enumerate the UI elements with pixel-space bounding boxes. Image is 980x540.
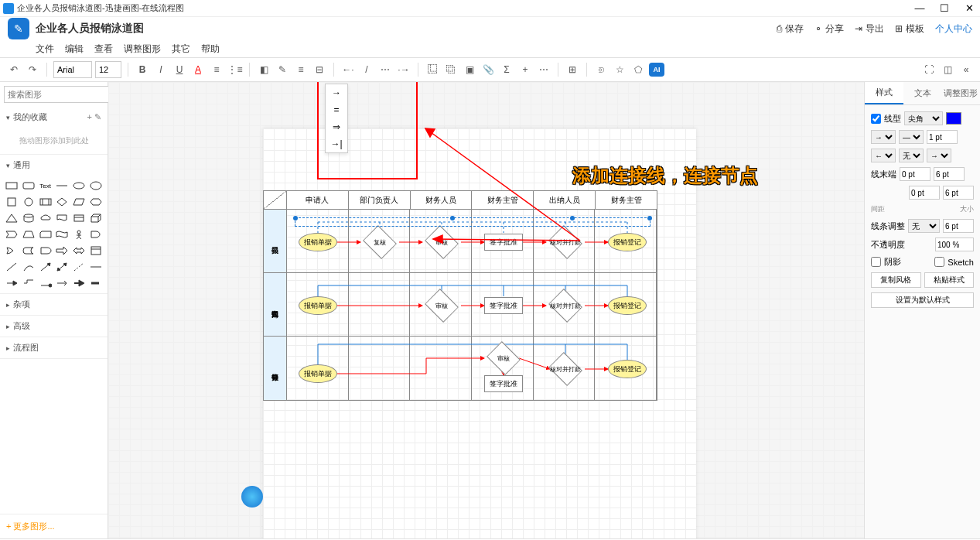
line-color-button[interactable]: ✎: [275, 62, 290, 77]
shape-conn2[interactable]: [22, 276, 36, 290]
font-select[interactable]: [53, 61, 92, 78]
node-review[interactable]: 复核: [364, 231, 395, 253]
node-apply[interactable]: 报销单据: [299, 233, 337, 251]
shape-rect[interactable]: [5, 179, 19, 193]
shape-actor[interactable]: [72, 227, 87, 241]
sketch-check[interactable]: [934, 257, 944, 267]
shape-button[interactable]: ⬠: [630, 62, 646, 77]
line-type-select[interactable]: 尖角: [904, 111, 943, 125]
end-style-select[interactable]: 无: [899, 149, 924, 162]
image-button[interactable]: ▣: [462, 62, 477, 77]
line-style-button[interactable]: /: [359, 62, 374, 77]
template-button[interactable]: ⊞ 模板: [895, 22, 924, 36]
align-h-button[interactable]: ≡: [293, 62, 309, 77]
shape-curve[interactable]: [22, 260, 36, 274]
shape-arrow2[interactable]: [55, 244, 70, 258]
general-header[interactable]: ▾通用: [0, 155, 108, 176]
shape-cloud[interactable]: [38, 211, 53, 225]
set-default-button[interactable]: 设置为默认样式: [871, 292, 974, 308]
paste-style-button[interactable]: 粘贴样式: [924, 272, 975, 288]
ai-button[interactable]: AI: [649, 63, 664, 77]
line-width-input[interactable]: [927, 130, 958, 144]
line-type-check[interactable]: [871, 114, 881, 124]
opacity-input[interactable]: [935, 238, 974, 251]
connector-thick[interactable]: ⇒: [326, 118, 347, 135]
shape-conn6[interactable]: [88, 276, 103, 290]
list-button[interactable]: ⋮≡: [227, 62, 243, 77]
end-size-4[interactable]: [943, 186, 974, 200]
maximize-button[interactable]: ☐: [937, 2, 952, 14]
align-button[interactable]: ≡: [209, 62, 224, 77]
crop-button[interactable]: ⟄: [593, 62, 609, 77]
minimize-button[interactable]: —: [912, 2, 927, 14]
shape-diamond[interactable]: [55, 195, 70, 209]
shape-hexagon[interactable]: [88, 195, 103, 209]
undo-button[interactable]: ↶: [6, 62, 22, 77]
node-check[interactable]: 核对并打款: [550, 231, 581, 253]
node-register[interactable]: 报销登记: [608, 233, 647, 251]
profile-button[interactable]: 个人中心: [935, 22, 972, 36]
shape-conn5[interactable]: [72, 276, 87, 290]
group-button[interactable]: ⿺: [425, 62, 440, 77]
shape-card[interactable]: [38, 227, 53, 241]
node-approve[interactable]: 签字批准: [484, 234, 523, 251]
shape-roundrect[interactable]: [22, 179, 36, 193]
search-input[interactable]: [4, 86, 118, 103]
formula-button[interactable]: Σ: [499, 62, 514, 77]
line-color[interactable]: [946, 112, 961, 125]
copy-style-button[interactable]: 复制风格: [871, 272, 921, 288]
line-fill-size[interactable]: [943, 219, 974, 233]
shape-or[interactable]: [5, 244, 19, 258]
more-shapes-button[interactable]: + 更多图形...: [0, 514, 108, 538]
shape-square[interactable]: [5, 195, 19, 209]
node-check[interactable]: 核对并打款: [550, 358, 581, 380]
size-select[interactable]: [95, 61, 121, 78]
fill-button[interactable]: ◧: [256, 62, 271, 77]
shape-ellipse[interactable]: [72, 179, 87, 193]
node-apply[interactable]: 报销单据: [299, 364, 337, 383]
shape-trap[interactable]: [22, 227, 36, 241]
shape-conn3[interactable]: [38, 276, 53, 290]
node-audit[interactable]: 审核: [426, 295, 457, 316]
node-apply[interactable]: 报销单据: [299, 296, 337, 315]
redo-button[interactable]: ↷: [25, 62, 40, 77]
menu-adjust[interactable]: 调整图形: [124, 43, 161, 56]
layout-button[interactable]: ◫: [940, 62, 955, 77]
shape-conn1[interactable]: [5, 276, 19, 290]
advanced-header[interactable]: ▸高级: [0, 316, 108, 337]
end-size-1[interactable]: [900, 167, 930, 181]
shape-process[interactable]: [38, 195, 53, 209]
shape-darrow[interactable]: [72, 244, 87, 258]
arrow-end-select[interactable]: ←: [871, 149, 896, 162]
share-button[interactable]: ⚬ 分享: [814, 22, 844, 36]
shape-oval[interactable]: [88, 179, 103, 193]
node-audit[interactable]: 审核: [426, 231, 457, 253]
end-arrow-select[interactable]: →: [927, 149, 951, 162]
shape-parallelogram[interactable]: [72, 195, 87, 209]
shape-cylinder[interactable]: [22, 211, 36, 225]
flowchart-header[interactable]: ▸流程图: [0, 337, 108, 358]
collapse-button[interactable]: «: [958, 62, 974, 77]
underline-button[interactable]: U: [172, 62, 187, 77]
tab-style[interactable]: 样式: [865, 82, 903, 104]
shape-line[interactable]: [55, 179, 70, 193]
node-audit[interactable]: 审核: [488, 347, 519, 369]
close-button[interactable]: ✕: [961, 2, 977, 14]
connector-double[interactable]: =: [326, 101, 347, 118]
shape-doc[interactable]: [55, 211, 70, 225]
node-register[interactable]: 报销登记: [608, 360, 647, 378]
shape-tape[interactable]: [55, 227, 70, 241]
shape-storage[interactable]: [22, 244, 36, 258]
shape-db[interactable]: [72, 211, 87, 225]
misc-header[interactable]: ▸杂项: [0, 294, 108, 315]
shape-and[interactable]: [88, 227, 103, 241]
add-favorite-icon[interactable]: + ✎: [87, 112, 101, 122]
table-button[interactable]: ⊞: [565, 62, 580, 77]
arrow-end-button[interactable]: ·→: [396, 62, 411, 77]
shape-conn4[interactable]: [55, 276, 70, 290]
shape-line3[interactable]: [88, 260, 103, 274]
shape-dash[interactable]: [72, 260, 87, 274]
more-button[interactable]: ⋯: [536, 62, 551, 77]
shape-triangle[interactable]: [5, 211, 19, 225]
node-register[interactable]: 报销登记: [608, 296, 647, 315]
